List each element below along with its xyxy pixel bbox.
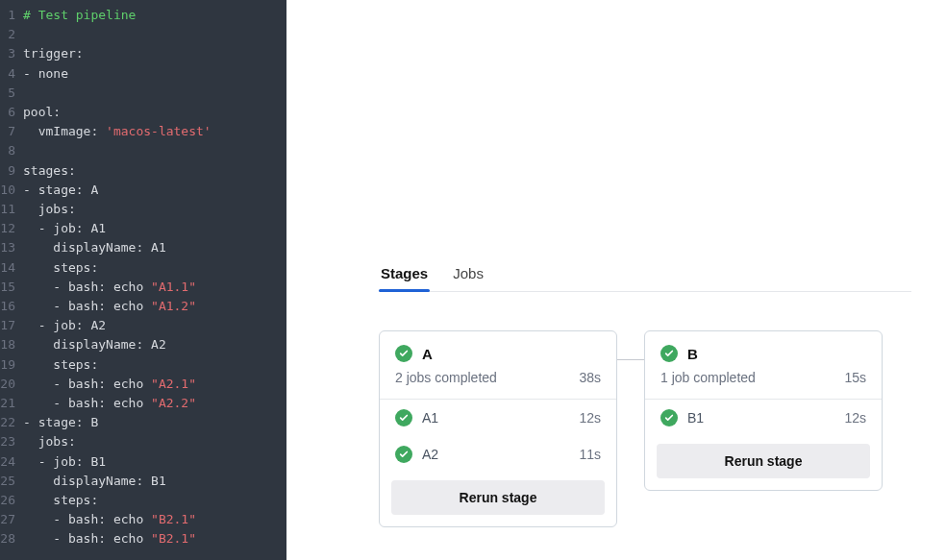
code-content: - bash: echo "B2.1" (23, 529, 196, 548)
rerun-stage-button[interactable]: Rerun stage (391, 480, 605, 515)
code-line[interactable]: 5 (0, 84, 286, 103)
code-content: displayName: B1 (23, 472, 166, 491)
gutter-line-number: 10 (0, 181, 23, 200)
code-content: - job: A1 (23, 219, 106, 238)
gutter-line-number: 17 (0, 316, 23, 335)
gutter-line-number: 1 (0, 6, 23, 25)
stage-duration: 15s (844, 370, 866, 385)
stage-duration: 38s (579, 370, 601, 385)
gutter-line-number: 11 (0, 200, 23, 219)
code-content: steps: (23, 491, 98, 510)
code-content: - bash: echo "A1.1" (23, 278, 196, 297)
stage-header: B (645, 331, 882, 366)
stage-title: B (687, 346, 698, 362)
job-name: A2 (422, 447, 569, 462)
check-icon (395, 446, 412, 463)
check-icon (660, 409, 678, 426)
code-line[interactable]: 8 (0, 141, 286, 160)
code-content: - job: A2 (23, 316, 106, 335)
gutter-line-number: 12 (0, 219, 23, 238)
code-line[interactable]: 26 steps: (0, 491, 286, 510)
code-content: steps: (23, 258, 98, 278)
code-line[interactable]: 19 steps: (0, 355, 286, 375)
gutter-line-number: 7 (0, 122, 23, 141)
stage-summary: 2 jobs completed 38s (380, 366, 616, 400)
code-line[interactable]: 15 - bash: echo "A1.1" (0, 278, 286, 297)
code-content: - job: B1 (23, 452, 106, 472)
check-icon (660, 345, 678, 362)
code-line[interactable]: 7 vmImage: 'macos-latest' (0, 122, 286, 141)
gutter-line-number: 28 (0, 529, 23, 548)
code-line[interactable]: 24 - job: B1 (0, 452, 286, 472)
job-duration: 12s (579, 410, 601, 426)
code-line[interactable]: 16 - bash: echo "A1.2" (0, 297, 286, 316)
job-name: A1 (422, 410, 569, 426)
code-content: displayName: A1 (23, 238, 166, 257)
code-content: - bash: echo "A2.1" (23, 375, 196, 394)
code-content: - stage: B (23, 413, 98, 432)
code-line[interactable]: 9stages: (0, 161, 286, 181)
code-content: - stage: A (23, 181, 98, 200)
gutter-line-number: 16 (0, 297, 23, 316)
code-line[interactable]: 25 displayName: B1 (0, 472, 286, 491)
gutter-line-number: 15 (0, 278, 23, 297)
gutter-line-number: 20 (0, 375, 23, 394)
code-editor[interactable]: 1# Test pipeline23trigger:4- none56pool:… (0, 0, 286, 560)
code-line[interactable]: 13 displayName: A1 (0, 238, 286, 257)
gutter-line-number: 26 (0, 491, 23, 510)
job-duration: 11s (579, 447, 601, 462)
code-line[interactable]: 23 jobs: (0, 432, 286, 451)
job-name: B1 (687, 410, 834, 426)
gutter-line-number: 3 (0, 44, 23, 63)
gutter-line-number: 8 (0, 141, 23, 160)
code-content: pool: (23, 103, 61, 122)
code-line[interactable]: 1# Test pipeline (0, 6, 286, 25)
gutter-line-number: 4 (0, 64, 23, 84)
tab-stages[interactable]: Stages (379, 257, 430, 291)
code-line[interactable]: 18 displayName: A2 (0, 335, 286, 354)
code-line[interactable]: 12 - job: A1 (0, 219, 286, 238)
code-line[interactable]: 27 - bash: echo "B2.1" (0, 510, 286, 529)
gutter-line-number: 18 (0, 335, 23, 354)
code-line[interactable]: 21 - bash: echo "A2.2" (0, 394, 286, 413)
code-content: # Test pipeline (23, 6, 136, 25)
gutter-line-number: 19 (0, 355, 23, 375)
code-line[interactable]: 2 (0, 25, 286, 44)
code-content: - bash: echo "A2.2" (23, 394, 196, 413)
code-content: trigger: (23, 44, 84, 63)
code-content: jobs: (23, 432, 76, 451)
rerun-stage-button[interactable]: Rerun stage (657, 444, 870, 478)
code-line[interactable]: 3trigger: (0, 44, 286, 63)
gutter-line-number: 21 (0, 394, 23, 413)
code-content: jobs: (23, 200, 76, 219)
gutter-line-number: 2 (0, 25, 23, 44)
code-line[interactable]: 28 - bash: echo "B2.1" (0, 529, 286, 548)
stage-summary-text: 1 job completed (660, 370, 756, 385)
gutter-line-number: 25 (0, 472, 23, 491)
code-line[interactable]: 6pool: (0, 103, 286, 122)
code-line[interactable]: 20 - bash: echo "A2.1" (0, 375, 286, 394)
code-line[interactable]: 11 jobs: (0, 200, 286, 219)
stage-summary-text: 2 jobs completed (395, 370, 497, 385)
job-row[interactable]: A2 11s (380, 436, 616, 473)
stage-header: A (380, 331, 616, 366)
gutter-line-number: 6 (0, 103, 23, 122)
check-icon (395, 345, 412, 362)
code-line[interactable]: 17 - job: A2 (0, 316, 286, 335)
code-line[interactable]: 22- stage: B (0, 413, 286, 432)
stage-summary: 1 job completed 15s (645, 366, 882, 400)
code-content: - bash: echo "B2.1" (23, 510, 196, 529)
job-row[interactable]: B1 12s (645, 400, 882, 436)
gutter-line-number: 5 (0, 84, 23, 103)
gutter-line-number: 13 (0, 238, 23, 257)
code-line[interactable]: 4- none (0, 64, 286, 84)
gutter-line-number: 9 (0, 161, 23, 181)
code-line[interactable]: 10- stage: A (0, 181, 286, 200)
code-content: - bash: echo "A1.2" (23, 297, 196, 316)
tab-jobs[interactable]: Jobs (451, 257, 485, 291)
job-row[interactable]: A1 12s (380, 400, 616, 436)
code-content: - none (23, 64, 68, 84)
stages-row: A 2 jobs completed 38s A1 12s A2 11s (379, 330, 911, 527)
code-line[interactable]: 14 steps: (0, 258, 286, 278)
pipeline-panel: Stages Jobs A 2 jobs completed 38s A1 12… (286, 0, 946, 560)
